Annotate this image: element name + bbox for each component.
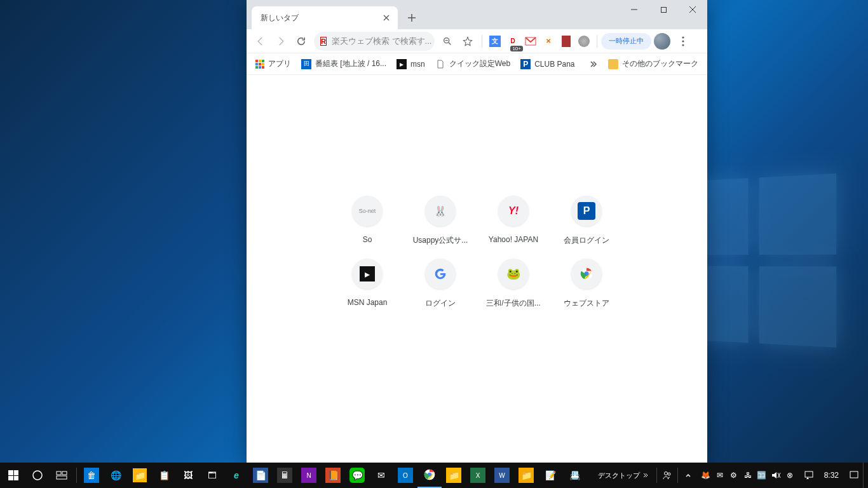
- toolbar-desktop-label[interactable]: デスクトップ: [593, 471, 654, 480]
- taskbar-app[interactable]: 📁: [128, 463, 152, 488]
- bookmark-item[interactable]: P CLUB Pana: [517, 57, 578, 72]
- extension-translate[interactable]: 文: [486, 32, 504, 50]
- taskbar-calc[interactable]: 🖩: [273, 463, 297, 488]
- shortcut-grid: So-netSo 🐰Usappy公式サ... Y!Yahoo! JAPAN P会…: [337, 196, 617, 309]
- svg-rect-0: [661, 7, 666, 12]
- taskbar-chrome[interactable]: [417, 463, 442, 488]
- taskbar-app[interactable]: 🌐: [104, 463, 128, 488]
- svg-rect-9: [62, 471, 67, 475]
- yahoo-icon: Y!: [498, 196, 529, 226]
- start-button[interactable]: [1, 463, 25, 488]
- action-center-button[interactable]: [800, 463, 818, 488]
- forward-button[interactable]: [271, 31, 291, 51]
- rakuten-icon: R: [320, 37, 327, 46]
- reload-button[interactable]: [291, 31, 311, 51]
- tray-overflow[interactable]: [681, 463, 696, 488]
- taskbar-explorer[interactable]: 📁: [442, 463, 466, 488]
- tab-close-button[interactable]: [381, 13, 391, 23]
- taskbar-gmail[interactable]: ✉: [369, 463, 393, 488]
- show-desktop-button[interactable]: [863, 463, 867, 488]
- extension-d[interactable]: D10+: [504, 32, 522, 50]
- taskbar-clock[interactable]: 8:32: [818, 471, 845, 480]
- other-bookmarks[interactable]: その他のブックマーク: [604, 56, 702, 72]
- taskbar-app[interactable]: 📄: [248, 463, 273, 488]
- tray-volume-icon[interactable]: [770, 469, 782, 482]
- tray-icon[interactable]: ✉: [714, 469, 726, 482]
- taskbar-outlook[interactable]: O: [393, 463, 417, 488]
- svg-rect-16: [850, 471, 858, 478]
- chrome-menu-button[interactable]: [673, 31, 693, 51]
- new-tab-content: So-netSo 🐰Usappy公式サ... Y!Yahoo! JAPAN P会…: [247, 75, 707, 463]
- window-close-button[interactable]: [678, 0, 707, 19]
- windows-icon: [8, 470, 18, 480]
- bookmark-item[interactable]: 田 番組表 [地上波 / 16...: [297, 56, 390, 72]
- chrome-toolbar: R 楽天ウェブ検索 で検索す... 文 D10+ ✕ 一時停止中: [247, 29, 707, 53]
- taskbar-app[interactable]: 🖼: [176, 463, 200, 488]
- tab-title: 新しいタブ: [261, 13, 299, 24]
- taskbar-app[interactable]: 🗔: [200, 463, 224, 488]
- cortana-button[interactable]: [25, 463, 50, 488]
- windows-taskbar: 🗑 🌐 📁 📋 🖼 🗔 e 📄 🖩 N 📙 💬 ✉ O 📁 X W 📁 📝 📇 …: [0, 463, 868, 488]
- tray-ime-icon[interactable]: 🈁: [756, 469, 768, 482]
- p-login-icon: P: [571, 196, 602, 226]
- shortcut-tile[interactable]: 🐰Usappy公式サ...: [410, 196, 471, 246]
- p-icon: P: [520, 59, 531, 69]
- extension-globe[interactable]: [575, 32, 593, 50]
- address-bar[interactable]: R 楽天ウェブ検索 で検索す...: [314, 32, 435, 51]
- page-icon: [435, 59, 445, 69]
- taskbar-app[interactable]: 📇: [562, 463, 587, 488]
- sonet-icon: So-net: [352, 196, 383, 226]
- taskbar-word[interactable]: W: [490, 463, 514, 488]
- tray-network-icon[interactable]: 🖧: [742, 469, 754, 482]
- usappy-icon: 🐰: [425, 196, 456, 226]
- browser-tab[interactable]: 新しいタブ: [252, 6, 398, 29]
- window-controls: [620, 0, 707, 19]
- bookmark-item[interactable]: ▸ msn: [393, 57, 429, 72]
- taskbar-app[interactable]: 🗑: [79, 463, 104, 488]
- tray-icon[interactable]: ⊗: [783, 469, 796, 482]
- shortcut-tile[interactable]: 🐸三和/子供の国...: [484, 259, 544, 309]
- bookmarks-overflow[interactable]: [585, 57, 602, 71]
- maximize-button[interactable]: [649, 0, 678, 19]
- bookmark-star-button[interactable]: [458, 31, 478, 51]
- shortcut-tile[interactable]: P会員ログイン: [557, 196, 617, 246]
- back-button[interactable]: [250, 31, 271, 51]
- chrome-titlebar[interactable]: 新しいタブ: [247, 0, 707, 29]
- msn-tile-icon: ▸: [352, 259, 383, 289]
- taskbar-separator: [656, 468, 657, 483]
- apps-icon: [255, 60, 264, 69]
- taskbar-app[interactable]: 📁: [514, 463, 538, 488]
- taskbar-excel[interactable]: X: [466, 463, 490, 488]
- tray-icon[interactable]: 🦊: [700, 469, 712, 482]
- extension-x[interactable]: ✕: [539, 32, 557, 50]
- taskbar-notepad[interactable]: 📝: [538, 463, 562, 488]
- shortcut-tile[interactable]: Y!Yahoo! JAPAN: [484, 196, 544, 246]
- profile-avatar[interactable]: [654, 33, 670, 50]
- people-button[interactable]: [660, 463, 675, 488]
- sync-paused-chip[interactable]: 一時停止中: [601, 33, 651, 50]
- task-view-button[interactable]: [50, 463, 74, 488]
- svg-point-13: [664, 472, 667, 475]
- svg-point-7: [33, 471, 42, 480]
- taskbar-app[interactable]: 📋: [152, 463, 176, 488]
- bookmark-item[interactable]: クイック設定Web: [431, 56, 514, 72]
- shortcut-tile[interactable]: ▸MSN Japan: [337, 259, 398, 309]
- extension-gmail[interactable]: [522, 32, 539, 50]
- taskbar-onenote[interactable]: N: [297, 463, 321, 488]
- svg-rect-10: [57, 476, 67, 479]
- taskbar-app[interactable]: 📙: [321, 463, 345, 488]
- shortcut-tile[interactable]: ウェブストア: [557, 259, 617, 309]
- new-tab-button[interactable]: [403, 9, 421, 27]
- taskbar-line[interactable]: 💬: [345, 463, 369, 488]
- tray-icon[interactable]: ⚙: [728, 469, 740, 482]
- zoom-out-icon[interactable]: [437, 31, 458, 51]
- taskbar-ie[interactable]: e: [224, 463, 248, 488]
- minimize-button[interactable]: [620, 0, 649, 19]
- notification-button[interactable]: [845, 463, 863, 488]
- apps-shortcut[interactable]: アプリ: [252, 56, 295, 72]
- extension-book[interactable]: [557, 32, 575, 50]
- svg-rect-15: [805, 471, 813, 477]
- shortcut-tile[interactable]: So-netSo: [337, 196, 398, 246]
- shortcut-tile[interactable]: ログイン: [410, 259, 471, 309]
- chrome-window: 新しいタブ R 楽天ウェブ検索 で検索す... 文 D10+ ✕: [247, 0, 707, 463]
